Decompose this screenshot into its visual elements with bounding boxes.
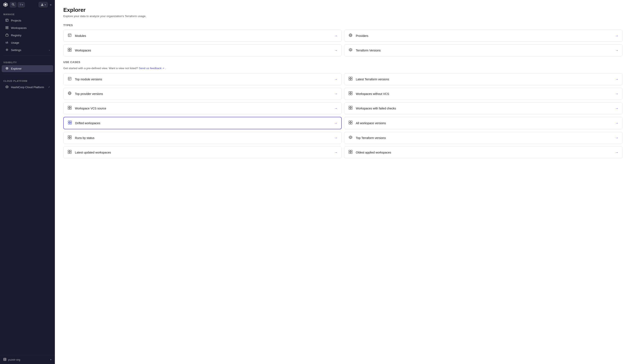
providers-icon — [348, 33, 353, 38]
all-workspace-versions-icon — [348, 121, 353, 126]
card-all-workspace-versions[interactable]: All workspace versions → — [344, 117, 622, 129]
svg-line-4 — [14, 5, 14, 6]
modules-arrow: → — [334, 34, 338, 38]
workspace-vcs-source-icon — [67, 106, 72, 111]
card-top-module-versions[interactable]: Top module versions → — [63, 73, 342, 85]
card-workspaces-failed-checks[interactable]: Workspaces with failed checks → — [344, 102, 622, 114]
card-workspaces-without-vcs[interactable]: Workspaces without VCS → — [344, 88, 622, 100]
svg-rect-35 — [70, 50, 71, 52]
svg-rect-32 — [68, 48, 70, 50]
card-workspaces[interactable]: Workspaces → — [63, 44, 342, 56]
usage-label: Usage — [11, 41, 19, 44]
svg-rect-51 — [351, 94, 352, 95]
svg-rect-61 — [70, 121, 72, 122]
svg-rect-54 — [68, 108, 70, 110]
svg-rect-80 — [349, 152, 350, 154]
sidebar-item-explorer[interactable]: Explorer — [2, 65, 53, 72]
top-module-versions-label: Top module versions — [75, 78, 331, 81]
card-oldest-applied-workspaces[interactable]: Oldest applied workspaces → — [344, 146, 622, 158]
sidebar-item-hcp[interactable]: HashiCorp Cloud Platform ↗ — [2, 84, 53, 91]
svg-point-18 — [7, 49, 8, 50]
hcp-external-icon: ↗ — [48, 86, 50, 88]
svg-rect-38 — [68, 77, 71, 80]
top-provider-versions-label: Top provider versions — [75, 92, 331, 96]
settings-chevron: › — [49, 48, 50, 52]
svg-rect-76 — [68, 152, 70, 154]
runs-by-status-label: Runs by status — [75, 136, 331, 140]
feedback-link[interactable]: Send us feedback ↗ — [139, 67, 165, 70]
search-button[interactable] — [10, 2, 17, 8]
top-provider-versions-icon — [67, 91, 72, 96]
page-title: Explorer — [63, 7, 622, 13]
providers-arrow: → — [615, 34, 618, 38]
latest-terraform-versions-arrow: → — [615, 78, 618, 81]
all-workspace-versions-label: All workspace versions — [356, 122, 612, 125]
card-modules[interactable]: Modules → — [63, 30, 342, 42]
svg-rect-75 — [70, 150, 71, 152]
svg-point-5 — [42, 4, 43, 5]
help-button[interactable]: ? ▾ — [18, 2, 25, 8]
drifted-workspaces-arrow: → — [334, 121, 337, 125]
top-module-versions-arrow: → — [334, 78, 338, 81]
card-providers[interactable]: Providers → — [344, 30, 622, 42]
collapse-button[interactable]: « — [49, 2, 52, 7]
workspaces-type-label: Workspaces — [75, 49, 331, 52]
sidebar-item-usage[interactable]: Usage — [2, 39, 53, 46]
workspaces-label: Workspaces — [11, 26, 27, 30]
svg-rect-78 — [349, 150, 350, 152]
help-chevron: ▾ — [22, 4, 23, 6]
card-drifted-workspaces[interactable]: Drifted workspaces → — [63, 117, 342, 129]
org-name: yuzeir-org — [8, 358, 20, 361]
svg-rect-53 — [70, 106, 71, 108]
runs-by-status-arrow: → — [334, 136, 338, 140]
card-latest-updated-workspaces[interactable]: Latest updated workspaces → — [63, 146, 342, 158]
settings-label: Settings — [11, 48, 21, 52]
explorer-icon — [5, 67, 9, 70]
sidebar-item-projects[interactable]: Projects — [2, 17, 53, 24]
sidebar-item-settings[interactable]: Settings › — [2, 46, 53, 54]
workspaces-type-icon — [67, 48, 72, 53]
logo-icon — [3, 2, 9, 8]
svg-marker-72 — [349, 136, 352, 139]
workspaces-without-vcs-label: Workspaces without VCS — [356, 92, 612, 96]
svg-rect-66 — [349, 123, 350, 124]
card-latest-terraform-versions[interactable]: Latest Terraform versions → — [344, 73, 622, 85]
svg-rect-74 — [68, 150, 70, 152]
svg-rect-69 — [70, 136, 71, 137]
card-top-terraform-versions[interactable]: Top Terraform versions → — [344, 132, 622, 144]
svg-rect-43 — [349, 79, 350, 80]
sidebar: ? ▾ ▾ « Manage Projects Workspaces — [0, 0, 55, 364]
org-selector[interactable]: yuzeir-org ▾ — [0, 355, 55, 364]
svg-rect-13 — [6, 34, 8, 36]
sidebar-item-workspaces[interactable]: Workspaces — [2, 24, 53, 32]
workspaces-icon — [5, 26, 9, 30]
card-workspace-vcs-source[interactable]: Workspace VCS source → — [63, 102, 342, 114]
sidebar-item-registry[interactable]: Registry — [2, 32, 53, 39]
projects-icon — [5, 19, 9, 22]
svg-marker-37 — [350, 49, 351, 50]
user-button[interactable]: ▾ — [39, 2, 48, 8]
latest-updated-workspaces-arrow: → — [334, 150, 338, 154]
svg-rect-21 — [4, 358, 6, 361]
cloud-platform-section-label: Cloud Platform — [0, 76, 55, 84]
all-workspace-versions-arrow: → — [615, 121, 618, 125]
svg-marker-36 — [349, 48, 352, 51]
card-top-provider-versions[interactable]: Top provider versions → — [63, 88, 342, 100]
card-terraform-versions[interactable]: Terraform Versions → — [344, 44, 622, 56]
svg-rect-44 — [351, 79, 352, 80]
divider-1 — [4, 56, 52, 56]
workspace-vcs-source-arrow: → — [334, 106, 338, 110]
modules-icon — [67, 33, 72, 38]
latest-updated-workspaces-icon — [67, 150, 72, 155]
svg-point-19 — [6, 67, 8, 70]
explorer-label: Explorer — [11, 67, 22, 70]
svg-rect-48 — [349, 92, 350, 93]
svg-rect-34 — [68, 50, 70, 52]
use-cases-heading: Use cases — [63, 60, 622, 64]
svg-rect-68 — [68, 136, 70, 137]
card-runs-by-status[interactable]: Runs by status → — [63, 132, 342, 144]
help-icon: ? — [20, 3, 21, 6]
visibility-section-label: Visibility — [0, 57, 55, 65]
org-chevron: ▾ — [50, 358, 52, 361]
svg-rect-56 — [349, 106, 350, 108]
